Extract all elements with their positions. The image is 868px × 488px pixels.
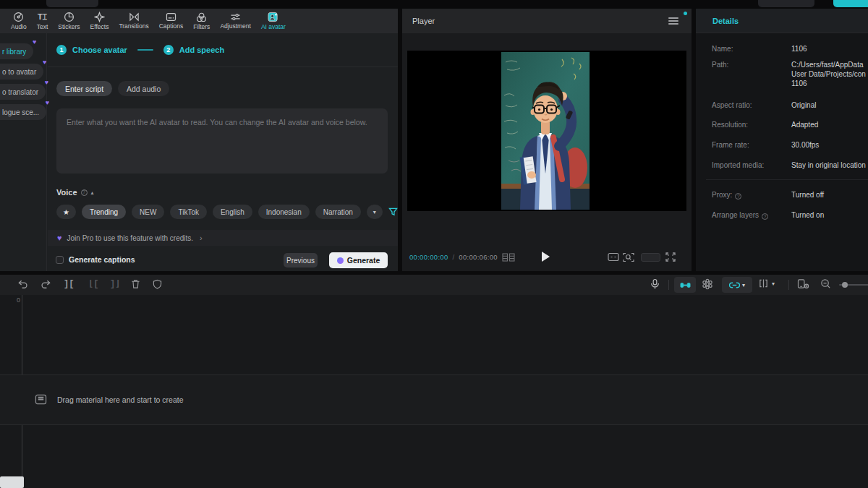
toolbar-item-captions[interactable]: Captions bbox=[154, 9, 189, 33]
toolbar-label: Audio bbox=[11, 24, 27, 30]
toolbar-item-text[interactable]: T⌶ Text bbox=[32, 9, 54, 33]
info-icon: ? bbox=[762, 213, 768, 220]
details-divider bbox=[706, 179, 868, 180]
timeline-zoom-slider[interactable] bbox=[839, 284, 868, 286]
aspect-ratio-icon[interactable] bbox=[608, 252, 619, 262]
path-value-line1: C:/Users/fast/AppData bbox=[791, 61, 868, 69]
frame-preview-icon[interactable] bbox=[502, 253, 515, 262]
horizontal-scrollbar-thumb[interactable] bbox=[0, 476, 24, 488]
record-voiceover-icon[interactable] bbox=[650, 278, 660, 290]
details-panel: Details Name: 1106 Path: C:/Users/fast/A… bbox=[696, 9, 868, 271]
mask-shield-icon[interactable] bbox=[153, 279, 162, 289]
tab-add-audio[interactable]: Add audio bbox=[118, 81, 169, 96]
fullscreen-icon[interactable] bbox=[665, 252, 676, 262]
path-value-line2: User Data/Projects/con bbox=[791, 70, 868, 78]
chevron-down-icon: ▾ bbox=[742, 282, 745, 288]
more-tags-button[interactable]: ▾ bbox=[367, 205, 383, 219]
delete-right-icon[interactable]: ]⌋ bbox=[110, 278, 120, 290]
media-clip-icon bbox=[35, 394, 47, 405]
auto-snapping-button[interactable] bbox=[674, 277, 696, 293]
delete-icon[interactable] bbox=[131, 279, 140, 289]
sidebar-item-photo-to-avatar[interactable]: o to avatar ♥ bbox=[0, 64, 43, 80]
wizard-steps: 1 Choose avatar 2 Add speech bbox=[56, 45, 224, 55]
section-divider bbox=[48, 67, 398, 67]
details-title: Details bbox=[712, 17, 739, 25]
linking-button[interactable]: ▾ bbox=[722, 277, 752, 293]
toolbar-item-ai-avatar[interactable]: AI avatar bbox=[256, 9, 291, 33]
sidebar-item-dialogue-scene[interactable]: logue sce... ♥ bbox=[0, 104, 46, 120]
generate-action-row: Generate captions Previous Generate bbox=[0, 252, 398, 271]
undo-icon[interactable] bbox=[17, 279, 28, 289]
tag-indonesian[interactable]: Indonesian bbox=[258, 205, 310, 219]
tab-enter-script[interactable]: Enter script bbox=[56, 81, 112, 96]
toolbar-item-filters[interactable]: Filters bbox=[188, 9, 215, 33]
imported-media-value: Stay in original location bbox=[791, 161, 868, 169]
adjustment-icon bbox=[230, 12, 241, 22]
play-button[interactable] bbox=[542, 252, 550, 262]
preview-focus-icon[interactable] bbox=[623, 252, 634, 262]
voice-filter-button[interactable]: ▾ bbox=[388, 207, 398, 216]
preview-axis-button[interactable]: ▾ bbox=[758, 278, 775, 288]
ai-avatar-panel: Audio T⌶ Text Stickers Effects Transitio… bbox=[0, 9, 398, 271]
player-menu-icon[interactable] bbox=[668, 17, 678, 25]
player-panel: Player bbox=[402, 9, 692, 271]
empty-track-drop-zone[interactable]: Drag material here and start to create bbox=[0, 374, 868, 425]
tag-english[interactable]: English bbox=[213, 205, 252, 219]
sidebar-item-avatar-library[interactable]: r library ♥ bbox=[0, 43, 33, 59]
zoom-out-icon[interactable] bbox=[820, 278, 831, 289]
step-1-circle: 1 bbox=[56, 45, 67, 55]
chevron-down-icon: ▾ bbox=[772, 281, 775, 287]
step-2-circle: 2 bbox=[163, 45, 174, 55]
capcut-editor-window: Audio T⌶ Text Stickers Effects Transitio… bbox=[0, 0, 868, 488]
sticker-icon bbox=[64, 12, 75, 22]
captions-icon bbox=[166, 12, 176, 22]
redo-icon[interactable] bbox=[41, 279, 51, 289]
voice-section-header[interactable]: Voice ? ▴ bbox=[56, 188, 94, 197]
sidebar-item-video-translator[interactable]: o translator ♥ bbox=[0, 84, 46, 100]
tag-tiktok[interactable]: TikTok bbox=[170, 205, 207, 219]
generate-captions-checkbox[interactable] bbox=[56, 256, 64, 264]
tag-trending[interactable]: Trending bbox=[82, 205, 126, 219]
toolbar-item-audio[interactable]: Audio bbox=[6, 9, 32, 33]
audio-icon bbox=[13, 12, 24, 22]
effects-icon bbox=[94, 12, 105, 22]
toolbar-item-effects[interactable]: Effects bbox=[85, 9, 114, 33]
favorites-tag-button[interactable]: ★ bbox=[56, 205, 76, 219]
split-icon[interactable]: ][ bbox=[64, 278, 74, 290]
step-connector bbox=[137, 49, 153, 51]
export-button[interactable] bbox=[833, 0, 868, 7]
arrange-layers-label: Arrange layers? bbox=[712, 211, 787, 220]
script-input[interactable] bbox=[56, 108, 388, 174]
tag-narration[interactable]: Narration bbox=[315, 205, 361, 219]
frame-rate-label: Frame rate: bbox=[712, 141, 787, 149]
toolbar-item-adjustment[interactable]: Adjustment bbox=[215, 9, 256, 33]
generate-captions-label: Generate captions bbox=[69, 255, 135, 264]
drop-message: Drag material here and start to create bbox=[35, 394, 184, 405]
titlebar bbox=[0, 0, 868, 9]
preview-quality-badge bbox=[641, 253, 660, 262]
toolbar-item-stickers[interactable]: Stickers bbox=[53, 9, 85, 33]
keyframe-flower-icon[interactable] bbox=[702, 278, 713, 290]
ai-sparkle-icon bbox=[337, 257, 344, 264]
timeline-area[interactable]: 0 Drag material here and start to create bbox=[0, 295, 868, 488]
pro-badge-icon: ♥ bbox=[46, 100, 49, 106]
titlebar-button-left[interactable] bbox=[46, 0, 98, 7]
previous-button[interactable]: Previous bbox=[284, 253, 318, 267]
voice-label: Voice bbox=[56, 188, 77, 197]
delete-left-icon[interactable]: ⌊[ bbox=[88, 278, 98, 290]
zoom-slider-thumb[interactable] bbox=[842, 282, 848, 288]
chevron-right-icon: › bbox=[200, 234, 203, 242]
phone-mirror-icon[interactable] bbox=[797, 278, 809, 289]
collapse-caret-icon[interactable]: ▴ bbox=[91, 189, 94, 196]
tag-new[interactable]: NEW bbox=[132, 205, 164, 219]
titlebar-button-right[interactable] bbox=[758, 0, 814, 7]
player-title: Player bbox=[412, 17, 435, 25]
player-header: Player bbox=[402, 9, 692, 33]
name-label: Name: bbox=[712, 45, 787, 53]
toolbar-item-transitions[interactable]: Transitions bbox=[114, 9, 153, 33]
proxy-value: Turned off bbox=[791, 191, 868, 199]
generate-button[interactable]: Generate bbox=[329, 252, 388, 268]
join-pro-banner[interactable]: ♥ Join Pro to use this feature with cred… bbox=[48, 230, 398, 246]
aspect-ratio-label: Aspect ratio: bbox=[712, 101, 787, 109]
step-2-label: Add speech bbox=[179, 46, 224, 54]
